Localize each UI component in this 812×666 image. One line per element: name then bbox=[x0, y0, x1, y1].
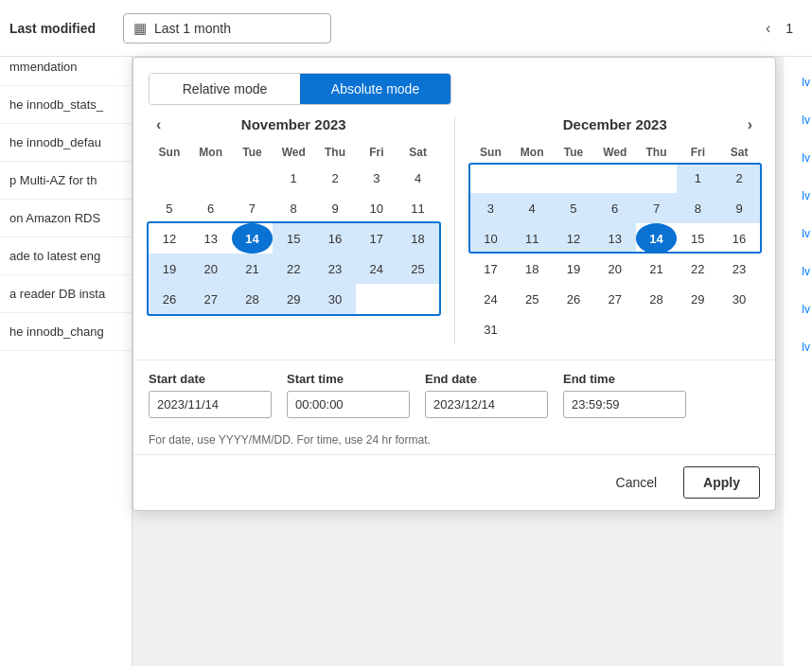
nov-day-12[interactable]: 12 bbox=[149, 223, 190, 254]
dec-day-23[interactable]: 23 bbox=[718, 254, 760, 284]
dec-day-9[interactable]: 9 bbox=[718, 193, 760, 223]
dec-day-15[interactable]: 15 bbox=[677, 223, 718, 254]
dec-day-empty bbox=[470, 163, 512, 193]
dec-day-5[interactable]: 5 bbox=[553, 193, 594, 223]
cancel-button[interactable]: Cancel bbox=[601, 467, 673, 498]
dec-day-28[interactable]: 28 bbox=[636, 284, 678, 314]
dec-day-22[interactable]: 22 bbox=[677, 254, 718, 284]
nov-day-20[interactable]: 20 bbox=[190, 254, 232, 284]
start-date-label: Start date bbox=[149, 372, 272, 386]
nov-day-11[interactable]: 11 bbox=[397, 193, 439, 223]
start-time-field: Start time bbox=[287, 372, 410, 418]
nov-day-28[interactable]: 28 bbox=[232, 284, 274, 314]
mode-toggle: Relative mode Absolute mode bbox=[149, 73, 451, 105]
dec-day-14[interactable]: 14 bbox=[636, 223, 678, 254]
nov-day-10[interactable]: 10 bbox=[356, 193, 397, 223]
dec-day-13[interactable]: 13 bbox=[594, 223, 636, 254]
bg-row-4: p Multi-AZ for th bbox=[0, 162, 132, 200]
nov-day-5[interactable]: 5 bbox=[149, 193, 190, 223]
nov-day-3[interactable]: 3 bbox=[356, 163, 397, 193]
dec-day-6[interactable]: 6 bbox=[594, 193, 636, 223]
nov-day-17[interactable]: 17 bbox=[356, 223, 397, 254]
page-number: 1 bbox=[786, 21, 793, 36]
nov-day-15[interactable]: 15 bbox=[273, 223, 314, 254]
dec-day-29[interactable]: 29 bbox=[677, 284, 718, 314]
date-picker-panel: Relative mode Absolute mode ‹ November 2… bbox=[132, 57, 776, 511]
nov-day-26[interactable]: 26 bbox=[149, 284, 190, 314]
dec-day-26[interactable]: 26 bbox=[553, 284, 594, 314]
nov-day-1[interactable]: 1 bbox=[273, 163, 314, 193]
dec-day-24[interactable]: 24 bbox=[470, 284, 512, 314]
dec-day-empty bbox=[553, 163, 594, 193]
datetime-inputs: Start date Start time End date End time bbox=[133, 359, 775, 433]
dec-day-17[interactable]: 17 bbox=[470, 254, 512, 284]
nov-day-4[interactable]: 4 bbox=[397, 163, 439, 193]
nov-day-23[interactable]: 23 bbox=[314, 254, 356, 284]
dec-day-18[interactable]: 18 bbox=[511, 254, 553, 284]
dec-day-empty bbox=[677, 314, 718, 344]
dec-day-3[interactable]: 3 bbox=[470, 193, 512, 223]
lv-tag-2: lv bbox=[802, 114, 810, 127]
dec-day-25[interactable]: 25 bbox=[511, 284, 553, 314]
dec-day-8[interactable]: 8 bbox=[677, 193, 718, 223]
dec-day-4[interactable]: 4 bbox=[511, 193, 553, 223]
dec-day-11[interactable]: 11 bbox=[511, 223, 553, 254]
nov-day-30[interactable]: 30 bbox=[314, 284, 356, 314]
date-display[interactable]: ▦ Last 1 month bbox=[123, 13, 331, 44]
nov-day-21[interactable]: 21 bbox=[232, 254, 274, 284]
dec-day-30[interactable]: 30 bbox=[718, 284, 760, 314]
dec-day-1[interactable]: 1 bbox=[677, 163, 718, 193]
nov-day-24[interactable]: 24 bbox=[356, 254, 397, 284]
dec-day-10[interactable]: 10 bbox=[470, 223, 512, 254]
dec-day-20[interactable]: 20 bbox=[594, 254, 636, 284]
december-title: December 2023 bbox=[563, 116, 667, 132]
lv-tag-8: lv bbox=[802, 341, 810, 354]
nov-day-25[interactable]: 25 bbox=[397, 254, 439, 284]
bg-row-5: on Amazon RDS bbox=[0, 200, 132, 237]
nov-day-2[interactable]: 2 bbox=[314, 163, 356, 193]
nov-day-27[interactable]: 27 bbox=[190, 284, 232, 314]
nov-day-13[interactable]: 13 bbox=[190, 223, 232, 254]
relative-mode-button[interactable]: Relative mode bbox=[150, 74, 300, 104]
dow-fri: Fri bbox=[677, 142, 718, 163]
nov-day-18[interactable]: 18 bbox=[397, 223, 439, 254]
date-display-value: Last 1 month bbox=[154, 21, 231, 36]
dow-sun: Sun bbox=[470, 142, 512, 163]
prev-month-button[interactable]: ‹ bbox=[149, 114, 168, 135]
nov-day-22[interactable]: 22 bbox=[273, 254, 314, 284]
dec-day-12[interactable]: 12 bbox=[553, 223, 594, 254]
absolute-mode-button[interactable]: Absolute mode bbox=[300, 74, 450, 104]
dow-sat: Sat bbox=[397, 142, 439, 163]
bg-row-2: he innodb_stats_ bbox=[0, 86, 132, 124]
nov-day-6[interactable]: 6 bbox=[190, 193, 232, 223]
nov-day-19[interactable]: 19 bbox=[149, 254, 190, 284]
dow-thu: Thu bbox=[314, 142, 356, 163]
start-time-input[interactable] bbox=[287, 391, 410, 418]
dec-day-empty bbox=[636, 163, 678, 193]
prev-arrow[interactable]: ‹ bbox=[758, 16, 778, 41]
nov-day-29[interactable]: 29 bbox=[273, 284, 314, 314]
bg-row-8: he innodb_chang bbox=[0, 313, 132, 351]
apply-button[interactable]: Apply bbox=[683, 466, 760, 499]
nov-day-14[interactable]: 14 bbox=[232, 223, 274, 254]
end-date-field: End date bbox=[425, 372, 548, 418]
bg-row-3: he innodb_defau bbox=[0, 124, 132, 162]
dec-day-21[interactable]: 21 bbox=[636, 254, 678, 284]
end-time-input[interactable] bbox=[563, 391, 686, 418]
december-calendar: December 2023 › Sun Mon Tue Wed Thu Fri … bbox=[470, 116, 761, 344]
lv-tag-5: lv bbox=[802, 227, 810, 240]
dec-day-7[interactable]: 7 bbox=[636, 193, 678, 223]
nov-day-16[interactable]: 16 bbox=[314, 223, 356, 254]
nov-day-9[interactable]: 9 bbox=[314, 193, 356, 223]
dec-day-31[interactable]: 31 bbox=[470, 314, 512, 344]
nov-day-8[interactable]: 8 bbox=[273, 193, 314, 223]
nov-day-7[interactable]: 7 bbox=[232, 193, 274, 223]
dec-day-27[interactable]: 27 bbox=[594, 284, 636, 314]
dec-day-2[interactable]: 2 bbox=[718, 163, 760, 193]
next-month-button[interactable]: › bbox=[740, 114, 760, 135]
start-date-input[interactable] bbox=[149, 391, 272, 418]
dow-wed: Wed bbox=[594, 142, 636, 163]
dec-day-19[interactable]: 19 bbox=[553, 254, 594, 284]
end-date-input[interactable] bbox=[425, 391, 548, 418]
dec-day-16[interactable]: 16 bbox=[718, 223, 760, 254]
